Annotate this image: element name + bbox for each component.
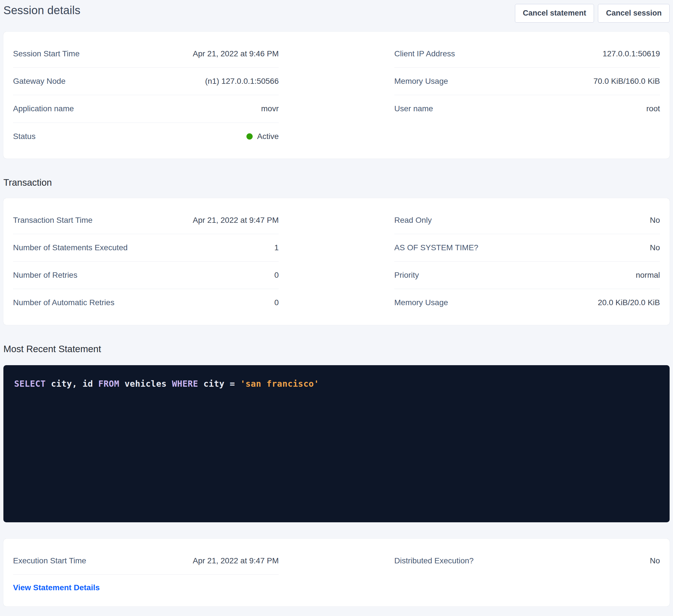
transaction-right-column: Read Only No AS OF SYSTEM TIME? No Prior…	[394, 207, 660, 316]
page-header: Session details Cancel statement Cancel …	[3, 0, 670, 28]
read-only-value: No	[650, 216, 660, 225]
session-memory-usage-value: 70.0 KiB/160.0 KiB	[594, 77, 660, 86]
session-start-time-value: Apr 21, 2022 at 9:46 PM	[193, 49, 279, 58]
session-details-page: Session details Cancel statement Cancel …	[0, 0, 673, 606]
status-label: Status	[13, 132, 35, 141]
transaction-card: Transaction Start Time Apr 21, 2022 at 9…	[3, 198, 670, 325]
priority-row: Priority normal	[394, 262, 660, 289]
status-row: Status Active	[13, 123, 279, 150]
session-memory-usage-label: Memory Usage	[394, 77, 448, 86]
user-name-value: root	[646, 104, 660, 113]
gateway-node-label: Gateway Node	[13, 77, 65, 86]
gateway-node-row: Gateway Node (n1) 127.0.0.1:50566	[13, 68, 279, 95]
transaction-memory-usage-label: Memory Usage	[394, 298, 448, 307]
sql-table: vehicles	[119, 379, 172, 389]
execution-left-column: Execution Start Time Apr 21, 2022 at 9:4…	[13, 547, 279, 593]
retries-row: Number of Retries 0	[13, 262, 279, 289]
user-name-row: User name root	[394, 95, 660, 122]
distributed-execution-value: No	[650, 556, 660, 565]
most-recent-statement-heading: Most Recent Statement	[3, 344, 670, 354]
sql-keyword-where: WHERE	[172, 379, 198, 389]
sql-statement-box: SELECT city, id FROM vehicles WHERE city…	[3, 365, 670, 522]
distributed-execution-label: Distributed Execution?	[394, 556, 474, 565]
priority-value: normal	[636, 271, 660, 280]
application-name-row: Application name movr	[13, 95, 279, 122]
session-summary-card: Session Start Time Apr 21, 2022 at 9:46 …	[3, 32, 670, 159]
application-name-label: Application name	[13, 104, 74, 113]
client-ip-value: 127.0.0.1:50619	[603, 49, 660, 58]
read-only-label: Read Only	[394, 216, 432, 225]
client-ip-label: Client IP Address	[394, 49, 455, 58]
distributed-execution-row: Distributed Execution? No	[394, 547, 660, 574]
gateway-node-link[interactable]: (n1) 127.0.0.1:50566	[205, 77, 279, 86]
priority-label: Priority	[394, 271, 419, 280]
cancel-statement-button[interactable]: Cancel statement	[515, 4, 594, 23]
execution-start-time-value: Apr 21, 2022 at 9:47 PM	[193, 556, 279, 565]
execution-card: Execution Start Time Apr 21, 2022 at 9:4…	[3, 539, 670, 606]
transaction-start-time-label: Transaction Start Time	[13, 216, 92, 225]
status-text: Active	[257, 132, 279, 141]
automatic-retries-label: Number of Automatic Retries	[13, 298, 115, 307]
session-start-time-row: Session Start Time Apr 21, 2022 at 9:46 …	[13, 40, 279, 68]
statements-executed-label: Number of Statements Executed	[13, 243, 128, 252]
execution-right-column: Distributed Execution? No	[394, 547, 660, 593]
sql-columns: city, id	[46, 379, 98, 389]
transaction-left-column: Transaction Start Time Apr 21, 2022 at 9…	[13, 207, 279, 316]
statements-executed-row: Number of Statements Executed 1	[13, 234, 279, 262]
transaction-start-time-row: Transaction Start Time Apr 21, 2022 at 9…	[13, 207, 279, 234]
transaction-memory-usage-row: Memory Usage 20.0 KiB/20.0 KiB	[394, 289, 660, 316]
as-of-system-time-value: No	[650, 243, 660, 252]
session-start-time-label: Session Start Time	[13, 49, 79, 58]
cancel-session-button[interactable]: Cancel session	[598, 4, 670, 23]
session-summary-left-column: Session Start Time Apr 21, 2022 at 9:46 …	[13, 40, 279, 150]
retries-value: 0	[274, 271, 279, 280]
execution-start-time-row: Execution Start Time Apr 21, 2022 at 9:4…	[13, 547, 279, 575]
status-value: Active	[246, 132, 279, 141]
status-active-icon	[246, 133, 253, 139]
sql-statement: SELECT city, id FROM vehicles WHERE city…	[14, 379, 659, 389]
sql-condition: city =	[198, 379, 240, 389]
automatic-retries-value: 0	[274, 298, 279, 307]
user-name-label: User name	[394, 104, 433, 113]
application-name-value: movr	[261, 104, 279, 113]
read-only-row: Read Only No	[394, 207, 660, 234]
execution-start-time-label: Execution Start Time	[13, 556, 86, 565]
sql-keyword-select: SELECT	[14, 379, 46, 389]
as-of-system-time-label: AS OF SYSTEM TIME?	[394, 243, 478, 252]
retries-label: Number of Retries	[13, 271, 77, 280]
transaction-memory-usage-value: 20.0 KiB/20.0 KiB	[598, 298, 660, 307]
client-ip-row: Client IP Address 127.0.0.1:50619	[394, 40, 660, 68]
session-memory-usage-row: Memory Usage 70.0 KiB/160.0 KiB	[394, 68, 660, 95]
sql-keyword-from: FROM	[98, 379, 119, 389]
view-statement-details-row: View Statement Details	[13, 575, 279, 593]
transaction-section-heading: Transaction	[3, 177, 670, 188]
session-summary-right-column: Client IP Address 127.0.0.1:50619 Memory…	[394, 40, 660, 150]
statements-executed-value: 1	[274, 243, 279, 252]
page-title: Session details	[3, 4, 80, 17]
automatic-retries-row: Number of Automatic Retries 0	[13, 289, 279, 316]
header-actions: Cancel statement Cancel session	[515, 4, 670, 23]
view-statement-details-link[interactable]: View Statement Details	[13, 583, 100, 592]
transaction-start-time-value: Apr 21, 2022 at 9:47 PM	[193, 216, 279, 225]
as-of-system-time-row: AS OF SYSTEM TIME? No	[394, 234, 660, 262]
sql-string-literal: 'san francisco'	[240, 379, 319, 389]
